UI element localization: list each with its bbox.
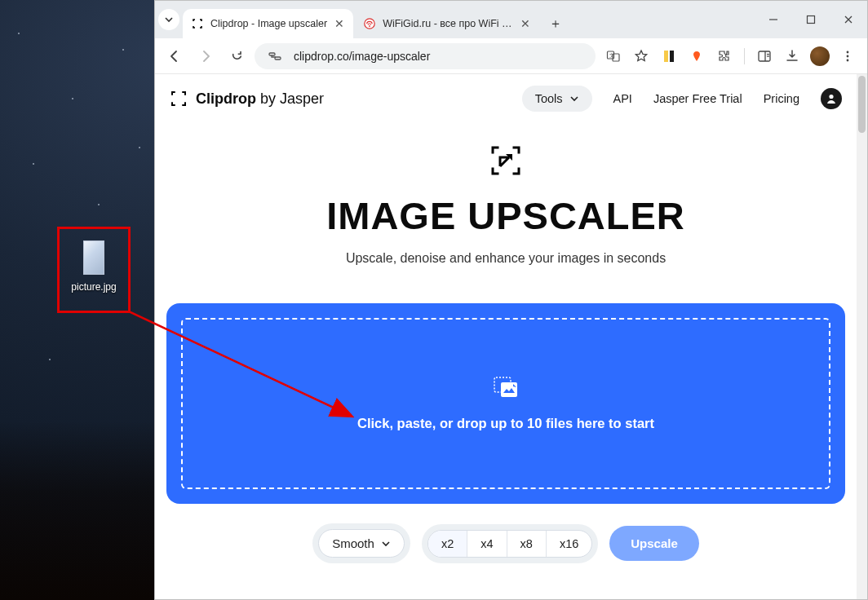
svg-line-1 (129, 311, 351, 416)
desktop-file-annotation: picture.jpg (57, 227, 131, 313)
ext-icon-2[interactable] (684, 43, 710, 69)
translate-button[interactable]: 文 (600, 43, 627, 69)
scale-option-x4[interactable]: x4 (467, 531, 506, 557)
svg-text:文: 文 (609, 52, 614, 58)
tab-wifigid[interactable]: WiFiGid.ru - все про WiFi и бес ✕ (355, 9, 539, 38)
wifigid-favicon (363, 17, 376, 30)
svg-rect-7 (275, 57, 281, 60)
annotation-arrow (129, 311, 365, 434)
tab-clipdrop[interactable]: Clipdrop - Image upscaler ✕ (183, 9, 353, 38)
brand-name-rest: by Jasper (260, 90, 324, 107)
tab-strip: Clipdrop - Image upscaler ✕ WiFiGid.ru -… (183, 1, 755, 38)
svg-point-20 (829, 95, 833, 99)
scale-option-x8[interactable]: x8 (507, 531, 546, 557)
chevron-down-icon (569, 94, 579, 104)
profile-button[interactable] (807, 43, 833, 69)
brand-logo[interactable]: Clipdrop by Jasper (170, 90, 324, 108)
svg-rect-11 (664, 51, 668, 62)
hero-icon (488, 143, 524, 179)
browser-window: Clipdrop - Image upscaler ✕ WiFiGid.ru -… (154, 0, 868, 600)
svg-rect-6 (269, 53, 275, 55)
svg-point-19 (847, 59, 849, 61)
nav-pricing-link[interactable]: Pricing (764, 92, 799, 105)
url-text: clipdrop.co/image-upscaler (294, 50, 430, 63)
file-thumbnail[interactable] (83, 240, 104, 275)
nav-api-link[interactable]: API (613, 92, 632, 105)
tab-search-dropdown[interactable] (155, 1, 183, 38)
svg-point-17 (847, 51, 849, 53)
window-close-button[interactable] (830, 3, 867, 36)
file-name-label: picture.jpg (71, 281, 116, 293)
browser-toolbar: clipdrop.co/image-upscaler 文 (155, 38, 867, 74)
account-button[interactable] (821, 88, 842, 109)
site-nav: Tools API Jasper Free Trial Pricing (522, 86, 842, 112)
extensions-button[interactable] (711, 43, 737, 69)
nav-tools-dropdown[interactable]: Tools (522, 86, 592, 112)
tab-title: Clipdrop - Image upscaler (210, 18, 327, 29)
tab-title: WiFiGid.ru - все про WiFi и бес (383, 18, 513, 29)
ext-icon-1[interactable] (656, 43, 682, 69)
svg-point-18 (847, 55, 849, 57)
tab-close-button[interactable]: ✕ (520, 17, 531, 30)
hero-title: IMAGE UPSCALER (166, 193, 845, 238)
chevron-down-icon (164, 15, 174, 24)
svg-rect-5 (808, 16, 815, 24)
window-maximize-button[interactable] (792, 3, 830, 36)
scrollbar-thumb[interactable] (858, 76, 866, 133)
upload-image-icon (494, 377, 518, 398)
scale-option-x16[interactable]: x16 (546, 531, 591, 557)
smooth-selector: Smooth (312, 523, 410, 563)
toolbar-separator (744, 48, 745, 64)
downloads-button[interactable] (779, 43, 805, 69)
svg-point-3 (369, 25, 370, 27)
nav-trial-link[interactable]: Jasper Free Trial (653, 92, 742, 105)
svg-rect-23 (501, 382, 517, 397)
chevron-down-icon (381, 539, 391, 549)
tab-close-button[interactable]: ✕ (334, 17, 345, 30)
options-row: Smooth x2x4x8x16 Upscale (166, 523, 845, 563)
upscale-label: Upscale (631, 536, 678, 550)
bookmark-button[interactable] (628, 43, 654, 69)
sidepanel-button[interactable] (751, 43, 777, 69)
nav-back-button[interactable] (162, 43, 188, 69)
nav-reload-button[interactable] (224, 43, 250, 69)
vertical-scrollbar[interactable] (857, 74, 867, 599)
clipdrop-logo-icon (170, 90, 188, 108)
nav-tools-label: Tools (535, 92, 563, 105)
user-icon (825, 92, 838, 105)
scale-option-x2[interactable]: x2 (428, 531, 467, 557)
hero-section: IMAGE UPSCALER Upscale, denoise and enha… (166, 143, 845, 266)
site-header: Clipdrop by Jasper Tools API Jasper Free… (166, 74, 845, 123)
new-tab-button[interactable]: ＋ (544, 12, 567, 35)
window-controls (755, 1, 867, 38)
nav-forward-button[interactable] (193, 43, 219, 69)
hero-subtitle: Upscale, denoise and enhance your images… (166, 251, 845, 266)
scale-selector: x2x4x8x16 (422, 524, 598, 563)
window-minimize-button[interactable] (755, 3, 792, 36)
smooth-dropdown[interactable]: Smooth (319, 530, 404, 557)
site-info-button[interactable] (264, 46, 286, 67)
smooth-label: Smooth (332, 536, 374, 550)
upscale-button[interactable]: Upscale (609, 526, 699, 561)
svg-rect-12 (670, 51, 674, 62)
brand-name-bold: Clipdrop (196, 90, 256, 107)
avatar-icon (810, 46, 830, 66)
dropzone-text: Click, paste, or drop up to 10 files her… (357, 416, 654, 431)
address-bar[interactable]: clipdrop.co/image-upscaler (255, 43, 596, 69)
chrome-menu-button[interactable] (835, 43, 861, 69)
clipdrop-favicon (191, 17, 204, 30)
browser-titlebar: Clipdrop - Image upscaler ✕ WiFiGid.ru -… (155, 1, 867, 38)
